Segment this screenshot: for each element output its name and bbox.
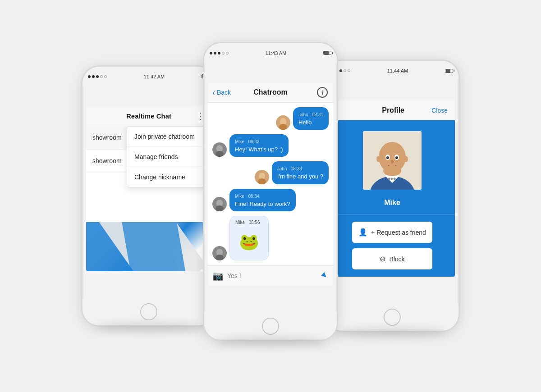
battery-fill-2	[324, 51, 329, 55]
john-avatar-2	[255, 170, 269, 184]
svg-text:◆◆◆: ◆◆◆	[388, 177, 396, 181]
dot2-4	[222, 52, 225, 55]
message-bubble-5: Mike 08:56 🐸	[229, 216, 269, 260]
profile-avatar-svg: ◆◆◆	[363, 131, 422, 190]
msg-text-3: I'm fine and you ?	[277, 173, 323, 181]
phone1-bottom	[83, 298, 215, 325]
dot3	[96, 75, 99, 78]
dot2	[92, 75, 95, 78]
svg-point-28	[403, 156, 408, 162]
msg-text-1: Hello	[298, 119, 323, 127]
dot3-4	[344, 69, 346, 72]
close-button[interactable]: Close	[431, 107, 448, 114]
request-friend-label: + Request as friend	[371, 229, 426, 236]
dot2-1	[210, 52, 212, 55]
message-row-4: Mike 08:34 Fine! Ready to work?	[212, 189, 329, 211]
mike-avatar-2	[212, 197, 227, 211]
john-face-2	[255, 170, 269, 184]
block-button[interactable]: ⊖ Block	[352, 248, 432, 269]
app-header: Realtime Chat ⋮	[86, 106, 211, 126]
dot1	[88, 75, 91, 78]
phone1-time: 11:42 AM	[144, 74, 165, 79]
dot3-3	[339, 69, 342, 72]
dot4	[100, 75, 103, 78]
msg-text-4: Fine! Ready to work?	[235, 200, 290, 208]
dropdown-item-2[interactable]: Manage friends	[127, 147, 211, 167]
profile-header: Profile Close	[330, 100, 455, 120]
signal-dots	[88, 75, 107, 78]
msg-meta-2: Mike 08:33	[235, 139, 259, 144]
message-row-1: John 08:31 Hello	[212, 107, 329, 130]
profile-actions: 👤 + Request as friend ⊖ Block	[345, 214, 440, 277]
send-button[interactable]: ►	[318, 269, 330, 282]
dot2-2	[214, 52, 216, 55]
back-label: Back	[217, 89, 231, 96]
block-label: Block	[389, 255, 404, 263]
mike-face-1	[212, 142, 227, 157]
message-bubble-1: John 08:31 Hello	[293, 107, 329, 130]
message-bubble-wrap-5: Mike 08:56 🐸	[229, 216, 269, 260]
request-friend-button[interactable]: 👤 + Request as friend	[352, 222, 432, 243]
svg-point-25	[391, 160, 394, 164]
info-button[interactable]: i	[317, 87, 328, 98]
svg-point-24	[395, 156, 398, 159]
battery3	[445, 69, 453, 73]
home-button-2[interactable]	[262, 318, 279, 335]
profile-user-name: Mike	[384, 199, 400, 206]
home-button-1[interactable]	[140, 303, 157, 320]
phone1-frame: 11:42 AM Realtime Chat ⋮ showroom	[81, 65, 216, 327]
phone1-screen: Realtime Chat ⋮ showroom showroom Join p…	[86, 106, 211, 271]
phone2-wrapper: 11:43 AM ‹ Back Chatroom i	[203, 42, 338, 342]
message-row-5: Mike 08:56 🐸	[212, 216, 329, 260]
msg-text-2: Hey! What's up? :)	[235, 146, 283, 154]
home-button-3[interactable]	[384, 309, 401, 326]
chat-messages: John 08:31 Hello	[208, 103, 333, 265]
john-face-1	[276, 115, 290, 130]
phone1-top: 11:42 AM	[83, 67, 215, 87]
mike-face-2	[212, 197, 227, 211]
profile-photo: ◆◆◆	[363, 131, 422, 190]
chat-input[interactable]	[227, 272, 317, 279]
dropdown-menu: Join private chatroom Manage friends Cha…	[127, 126, 211, 187]
chat-item-2-label: showroom	[92, 157, 122, 164]
message-row-3: John 08:33 I'm fine and you ?	[212, 161, 329, 184]
svg-point-23	[386, 156, 389, 159]
phone3-wrapper: 11:44 AM Profile Close	[325, 59, 460, 332]
phone3-bottom	[326, 304, 458, 331]
message-bubble-3: John 08:33 I'm fine and you ?	[272, 161, 329, 184]
chat-list: showroom showroom Join private chatroom …	[86, 126, 211, 222]
battery-fill-3	[446, 69, 450, 73]
phone3-screen: Profile Close	[330, 100, 455, 277]
chat-item-1-label: showroom	[92, 134, 122, 141]
back-chevron-icon: ‹	[212, 88, 215, 97]
phone3-status-bar: 11:44 AM	[326, 66, 458, 75]
mike-avatar-3	[212, 246, 227, 260]
frog-emoji: 🐸	[235, 227, 263, 257]
chatroom-title: Chatroom	[253, 88, 288, 96]
msg-meta-4: Mike 08:34	[235, 194, 259, 199]
profile-name-container: Mike	[330, 195, 455, 214]
phone1-status-bar: 11:42 AM	[83, 72, 215, 81]
phone2-status-bar: 11:43 AM	[204, 49, 337, 58]
scene: 11:42 AM Realtime Chat ⋮ showroom	[50, 19, 491, 373]
app-title: Realtime Chat	[126, 112, 171, 120]
profile-photo-container: ◆◆◆	[363, 120, 422, 195]
dropdown-item-1[interactable]: Join private chatroom	[127, 127, 211, 147]
svg-point-26	[383, 165, 401, 176]
battery2	[323, 51, 331, 55]
message-bubble-wrap-4: Mike 08:34 Fine! Ready to work?	[229, 189, 296, 211]
block-icon: ⊖	[380, 255, 385, 263]
dot2-3	[218, 52, 220, 55]
camera-icon[interactable]: 📷	[212, 270, 224, 281]
message-bubble-wrap-2: Mike 08:33 Hey! What's up? :)	[229, 134, 289, 157]
profile-title: Profile	[355, 106, 431, 114]
phone3-frame: 11:44 AM Profile Close	[325, 59, 460, 332]
phone1-shadow	[95, 322, 203, 331]
dot5	[104, 75, 107, 78]
message-bubble-wrap-3: John 08:33 I'm fine and you ?	[272, 161, 329, 184]
back-button[interactable]: ‹ Back	[212, 88, 231, 97]
message-row-2: Mike 08:33 Hey! What's up? :)	[212, 134, 329, 157]
phone2-shadow	[216, 337, 325, 346]
dot3-5	[348, 69, 350, 72]
dropdown-item-3[interactable]: Change nickname	[127, 167, 211, 187]
